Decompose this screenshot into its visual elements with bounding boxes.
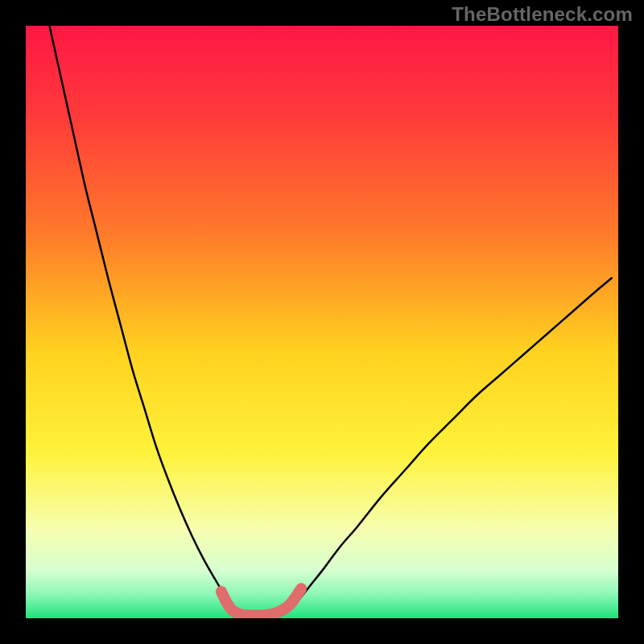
chart-frame: TheBottleneck.com xyxy=(0,0,644,644)
chart-svg xyxy=(26,26,618,618)
watermark-text: TheBottleneck.com xyxy=(452,3,633,26)
plot-area xyxy=(26,26,618,618)
gradient-background xyxy=(26,26,618,618)
